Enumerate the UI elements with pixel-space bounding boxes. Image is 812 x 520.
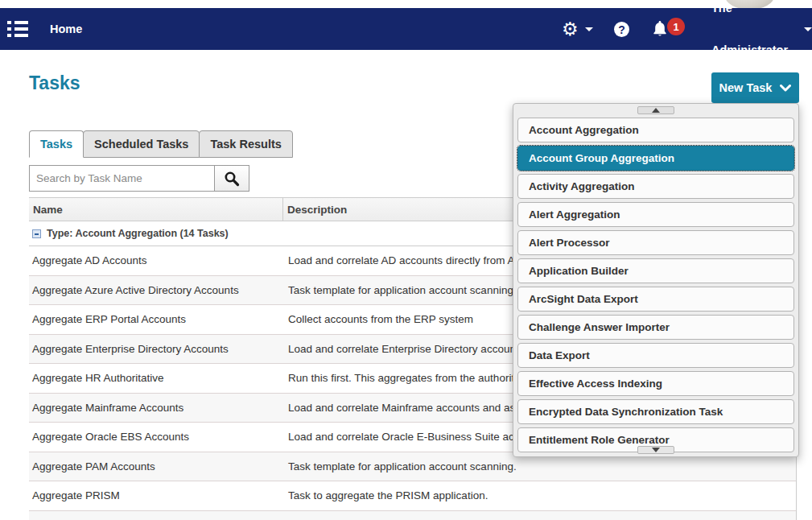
tab-bar: Tasks Scheduled Tasks Task Results — [29, 130, 292, 158]
menu-item-alert-processor[interactable]: Alert Processor — [517, 230, 794, 255]
new-task-label: New Task — [719, 81, 773, 94]
menu-item-data-export[interactable]: Data Export — [517, 343, 794, 368]
task-name[interactable]: Aggregate PAM Accounts — [29, 452, 283, 481]
menu-item-effective-access-indexing[interactable]: Effective Access Indexing — [517, 371, 794, 396]
table-row[interactable]: Aggregate PRISMTask to aggregate the PRI… — [29, 481, 796, 511]
new-task-button[interactable]: New Task — [711, 72, 799, 103]
task-description: Task to aggregate the PRISM application. — [283, 481, 796, 510]
task-name[interactable]: Aggregate HR Authoritative — [29, 364, 283, 393]
nav-home-link[interactable]: Home — [50, 8, 82, 50]
menu-item-account-group-aggregation[interactable]: Account Group Aggregation — [517, 146, 794, 171]
group-label: Type: Account Aggregation (14 Tasks) — [47, 228, 229, 239]
tab-tasks[interactable]: Tasks — [29, 130, 84, 158]
app-window: Home ⚙ ? 1 The Administrator Tasks New T… — [0, 0, 812, 520]
notifications-bell-icon[interactable] — [650, 19, 670, 39]
scroll-down-button[interactable] — [637, 446, 674, 454]
chevron-down-icon — [585, 27, 593, 31]
task-name[interactable]: Aggregate Oracle EBS Accounts — [29, 423, 283, 452]
task-name[interactable]: Aggregate Azure Active Directory Account… — [29, 276, 283, 305]
top-navbar: Home ⚙ ? 1 The Administrator — [0, 8, 812, 50]
chevron-down-icon — [804, 27, 812, 31]
triangle-up-icon — [652, 108, 660, 113]
menu-item-list: Account AggregationAccount Group Aggrega… — [517, 118, 794, 452]
column-header-name[interactable]: Name — [29, 198, 283, 221]
menu-item-activity-aggregation[interactable]: Activity Aggregation — [517, 174, 794, 199]
menu-item-alert-aggregation[interactable]: Alert Aggregation — [517, 202, 794, 227]
settings-menu[interactable]: ⚙ — [562, 19, 593, 39]
help-icon[interactable]: ? — [614, 22, 629, 37]
scroll-up-button[interactable] — [637, 106, 674, 114]
page-title: Tasks — [29, 72, 80, 94]
menu-item-challenge-answer-importer[interactable]: Challenge Answer Importer — [517, 315, 794, 340]
collapse-icon[interactable] — [32, 229, 41, 238]
menu-item-encrypted-data-synchronization-task[interactable]: Encrypted Data Synchronization Task — [517, 399, 794, 424]
gear-icon: ⚙ — [562, 19, 579, 39]
triangle-down-icon — [652, 448, 660, 452]
menu-item-arcsight-data-export[interactable]: ArcSight Data Export — [517, 287, 794, 312]
task-name[interactable]: Aggregate AD Accounts — [29, 246, 283, 275]
menu-list-icon[interactable] — [7, 21, 28, 38]
search-button[interactable] — [214, 165, 249, 192]
table-row — [29, 511, 796, 520]
task-name[interactable]: Aggregate ERP Portal Accounts — [29, 305, 283, 334]
task-name[interactable]: Aggregate PRISM — [29, 481, 283, 510]
menu-item-account-aggregation[interactable]: Account Aggregation — [517, 118, 794, 142]
search-input[interactable] — [29, 165, 215, 192]
notification-count-badge: 1 — [667, 18, 685, 35]
task-name[interactable]: Aggregate Mainframe Accounts — [29, 394, 283, 423]
tab-scheduled-tasks[interactable]: Scheduled Tasks — [83, 130, 200, 158]
user-name-label: The Administrator — [711, 0, 798, 71]
user-menu[interactable]: The Administrator — [711, 8, 812, 50]
tab-task-results[interactable]: Task Results — [199, 130, 292, 158]
menu-item-application-builder[interactable]: Application Builder — [517, 258, 794, 283]
search-bar — [29, 165, 249, 192]
task-name[interactable]: Aggregate Enterprise Directory Accounts — [29, 335, 283, 364]
search-icon — [224, 171, 240, 187]
new-task-dropdown: Account AggregationAccount Group Aggrega… — [513, 103, 799, 457]
chevron-down-icon — [780, 85, 791, 92]
